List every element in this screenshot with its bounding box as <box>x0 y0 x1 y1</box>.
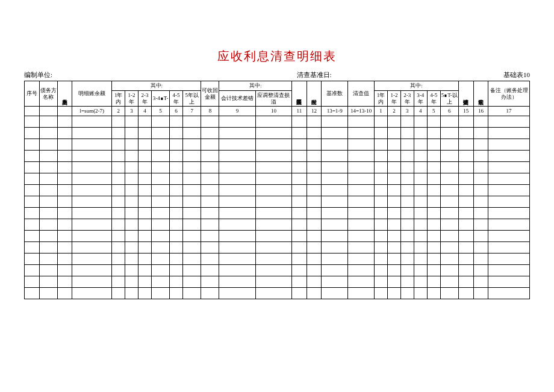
table-cell <box>427 276 440 288</box>
table-cell <box>255 254 291 265</box>
table-cell <box>112 265 125 276</box>
table-cell <box>292 151 307 162</box>
col-loss-reason: 清理损失原因 <box>292 81 307 107</box>
table-cell <box>458 265 473 276</box>
table-cell <box>25 276 40 288</box>
table-cell <box>39 196 57 208</box>
table-row <box>25 208 530 219</box>
col-adj-loss: 应调整清查损溢 <box>255 90 291 107</box>
table-cell <box>473 219 488 231</box>
table-cell <box>152 196 170 208</box>
table-cell <box>375 231 388 242</box>
table-cell <box>152 185 170 196</box>
table-cell <box>400 116 414 128</box>
table-cell <box>292 276 307 288</box>
table-row <box>25 242 530 254</box>
table-cell <box>72 185 112 196</box>
table-cell <box>183 173 201 185</box>
table-cell <box>72 173 112 185</box>
table-cell <box>427 139 440 151</box>
num-5: 5 <box>152 107 170 116</box>
table-cell <box>307 219 322 231</box>
table-cell <box>170 208 183 219</box>
table-cell <box>473 242 488 254</box>
table-cell <box>414 254 427 265</box>
table-cell <box>255 128 291 139</box>
table-cell <box>125 162 138 173</box>
table-cell <box>57 128 72 139</box>
table-cell <box>72 219 112 231</box>
table-cell <box>400 288 414 299</box>
table-cell <box>39 151 57 162</box>
table-cell <box>125 276 138 288</box>
table-cell <box>427 196 440 208</box>
table-cell <box>292 265 307 276</box>
table-cell <box>322 276 348 288</box>
table-cell <box>125 288 138 299</box>
table-cell <box>255 288 291 299</box>
table-cell <box>292 162 307 173</box>
table-cell <box>387 219 400 231</box>
table-cell <box>375 173 388 185</box>
table-cell <box>375 139 388 151</box>
table-cell <box>307 173 322 185</box>
table-cell <box>25 288 40 299</box>
table-cell <box>57 254 72 265</box>
table-cell <box>427 265 440 276</box>
table-cell <box>473 173 488 185</box>
table-cell <box>255 196 291 208</box>
col-seq: 序号 <box>25 81 40 107</box>
table-cell <box>292 196 307 208</box>
table-cell <box>307 231 322 242</box>
table-cell <box>112 116 125 128</box>
table-cell <box>152 173 170 185</box>
table-cell <box>219 151 255 162</box>
table-cell <box>112 162 125 173</box>
table-cell <box>112 254 125 265</box>
table-header: 序号 债务方名称 与本企业关系 明细账余额 其中: 可收回金额 其中: 清理损失… <box>25 81 530 116</box>
table-cell <box>488 151 530 162</box>
table-row <box>25 265 530 276</box>
meta-right-label: 基础表10 <box>503 70 530 79</box>
table-cell <box>152 242 170 254</box>
table-cell <box>152 231 170 242</box>
table-cell <box>152 276 170 288</box>
table-cell <box>152 151 170 162</box>
table-row <box>25 128 530 139</box>
table-cell <box>170 231 183 242</box>
table-cell <box>348 151 375 162</box>
table-cell <box>112 151 125 162</box>
table-cell <box>57 173 72 185</box>
table-cell <box>39 185 57 196</box>
table-cell <box>57 276 72 288</box>
table-cell <box>387 196 400 208</box>
table-cell <box>25 219 40 231</box>
table-cell <box>201 242 219 254</box>
table-cell <box>427 208 440 219</box>
table-cell <box>400 219 414 231</box>
num-14: 14=13-10 <box>348 107 375 116</box>
table-cell <box>138 196 152 208</box>
num-8: 8 <box>201 107 219 116</box>
table-cell <box>427 173 440 185</box>
table-cell <box>201 265 219 276</box>
table-cell <box>25 173 40 185</box>
table-cell <box>201 139 219 151</box>
meta-center-label: 清查基准日: <box>52 70 503 79</box>
num-d3: 3 <box>400 107 414 116</box>
table-cell <box>322 185 348 196</box>
table-cell <box>414 116 427 128</box>
table-cell <box>39 276 57 288</box>
table-cell <box>307 139 322 151</box>
table-cell <box>348 162 375 173</box>
table-cell <box>427 128 440 139</box>
table-cell <box>57 151 72 162</box>
table-cell <box>307 288 322 299</box>
table-cell <box>348 219 375 231</box>
table-cell <box>292 128 307 139</box>
col-audit-val: 清查值 <box>348 81 375 107</box>
table-cell <box>414 151 427 162</box>
table-cell <box>488 276 530 288</box>
table-cell <box>57 231 72 242</box>
table-cell <box>138 116 152 128</box>
